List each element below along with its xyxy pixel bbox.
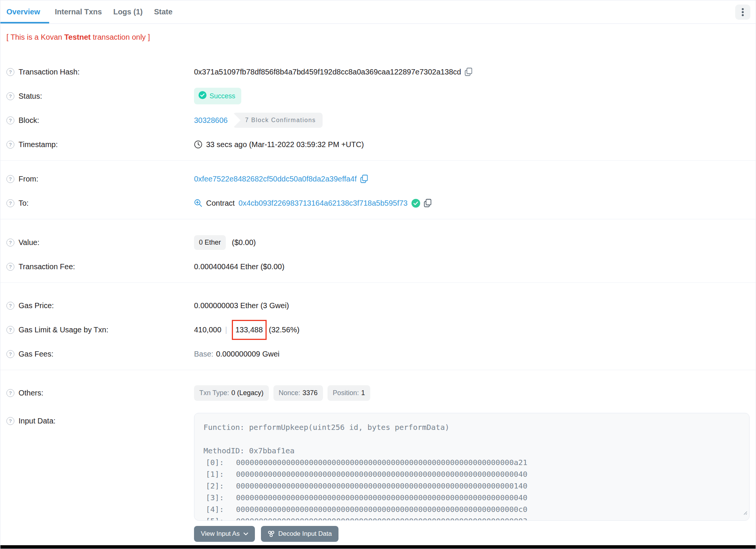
status-badge: Success xyxy=(194,88,241,104)
testnet-notice: [ This is a Kovan Testnet transaction on… xyxy=(0,24,756,55)
input-data-label: Input Data: xyxy=(19,417,56,425)
to-contract-word: Contract xyxy=(206,199,235,208)
decode-icon xyxy=(268,530,275,537)
transaction-hash-label: Transaction Hash: xyxy=(19,68,80,76)
section-divider xyxy=(0,370,756,370)
input-function-line: Function: performUpkeep(uint256 id, byte… xyxy=(203,422,740,433)
input-word-line: [4]:000000000000000000000000000000000000… xyxy=(203,504,740,515)
transaction-fee-label: Transaction Fee: xyxy=(19,262,75,271)
from-label: From: xyxy=(19,175,38,183)
view-input-as-label: View Input As xyxy=(201,530,240,538)
block-confirmations-badge: 7 Block Confirmations xyxy=(233,113,323,128)
help-icon[interactable]: ? xyxy=(6,239,14,247)
gas-limit-usage-row: ? Gas Limit & Usage by Txn: 410,000 | 13… xyxy=(0,318,756,342)
status-label: Status: xyxy=(19,92,42,101)
help-icon[interactable]: ? xyxy=(6,350,14,358)
transaction-fee-row: ? Transaction Fee: 0.000400464 Ether ($0… xyxy=(0,254,756,279)
nonce-key: Nonce: xyxy=(279,389,300,397)
input-word-line: [5]:000000000000000000000000000000000000… xyxy=(203,515,740,521)
gas-price-row: ? Gas Price: 0.000000003 Ether (3 Gwei) xyxy=(0,293,756,318)
others-label: Others: xyxy=(19,389,43,397)
zoom-in-icon[interactable] xyxy=(194,199,202,207)
input-word-line: [2]:000000000000000000000000000000000000… xyxy=(203,480,740,492)
gas-fees-label: Gas Fees: xyxy=(19,350,53,358)
help-icon[interactable]: ? xyxy=(6,68,14,76)
value-ether-badge: 0 Ether xyxy=(194,235,226,250)
to-row: ? To: Contract 0x4cb093f226983713164a621… xyxy=(0,191,756,215)
gas-limit-value: 410,000 xyxy=(194,326,221,334)
txn-type-badge: Txn Type: 0 (Legacy) xyxy=(194,385,269,401)
section-divider xyxy=(0,282,756,283)
help-icon[interactable]: ? xyxy=(6,302,14,310)
decode-input-data-label: Decode Input Data xyxy=(278,530,332,538)
help-icon[interactable]: ? xyxy=(6,175,14,183)
input-data-textarea[interactable]: Function: performUpkeep(uint256 id, byte… xyxy=(194,413,750,521)
section-divider xyxy=(0,160,756,161)
view-input-as-button[interactable]: View Input As xyxy=(194,526,255,542)
position-badge: Position: 1 xyxy=(328,385,370,401)
help-icon[interactable]: ? xyxy=(6,417,14,425)
input-word-line: [0]:000000000000000000000000000000000000… xyxy=(203,457,740,468)
help-icon[interactable]: ? xyxy=(6,141,14,149)
help-icon[interactable]: ? xyxy=(6,199,14,207)
gas-used-value: 133,488 xyxy=(236,326,263,334)
annotation-highlight-box: 133,488 xyxy=(232,320,267,340)
verified-check-icon xyxy=(411,199,420,208)
block-row: ? Block: 30328606 7 Block Confirmations xyxy=(0,108,756,132)
value-usd: ($0.00) xyxy=(232,238,256,247)
txn-type-key: Txn Type: xyxy=(199,389,229,397)
block-label: Block: xyxy=(19,116,39,125)
status-text: Success xyxy=(210,92,235,100)
to-address-link[interactable]: 0x4cb093f226983713164a62138c3f718a5b595f… xyxy=(239,199,408,208)
input-word-line: [3]:000000000000000000000000000000000000… xyxy=(203,492,740,504)
check-circle-icon xyxy=(199,91,206,101)
tab-bar: Overview Internal Txns Logs (1) State xyxy=(0,0,756,24)
status-row: ? Status: Success xyxy=(0,84,756,108)
kebab-menu-icon xyxy=(742,8,744,17)
timestamp-row: ? Timestamp: 33 secs ago (Mar-11-2022 03… xyxy=(0,132,756,157)
nonce-badge: Nonce: 3376 xyxy=(273,385,323,401)
input-word-line: [1]:000000000000000000000000000000000000… xyxy=(203,468,740,480)
transaction-fee-value: 0.000400464 Ether ($0.00) xyxy=(194,262,284,271)
copy-icon[interactable] xyxy=(465,68,472,76)
tab-overview[interactable]: Overview xyxy=(0,0,49,23)
nonce-value: 3376 xyxy=(303,389,318,397)
clock-icon xyxy=(194,140,202,149)
gas-limit-usage-label: Gas Limit & Usage by Txn: xyxy=(19,326,109,334)
gas-fees-base-value: 0.000000009 Gwei xyxy=(216,350,279,358)
value-row: ? Value: 0 Ether ($0.00) xyxy=(0,230,756,254)
input-data-row: ? Input Data: Function: performUpkeep(ui… xyxy=(0,405,756,542)
transaction-hash-row: ? Transaction Hash: 0x371a51097fb78df856… xyxy=(0,60,756,84)
txn-type-value: 0 (Legacy) xyxy=(231,389,264,397)
help-icon[interactable]: ? xyxy=(6,326,14,334)
testnet-notice-prefix: [ This is a Kovan xyxy=(6,33,64,41)
copy-icon[interactable] xyxy=(360,175,368,183)
help-icon[interactable]: ? xyxy=(6,263,14,271)
tab-internal-txns[interactable]: Internal Txns xyxy=(49,0,107,23)
gas-price-label: Gas Price: xyxy=(19,301,54,310)
gas-separator: | xyxy=(223,326,229,334)
others-row: ? Others: Txn Type: 0 (Legacy) Nonce: 33… xyxy=(0,381,756,405)
more-options-button[interactable] xyxy=(735,5,750,20)
resize-handle[interactable] xyxy=(742,507,747,518)
testnet-notice-suffix: transaction only ] xyxy=(91,33,150,41)
gas-used-percent: (32.56%) xyxy=(269,326,300,334)
from-address-link[interactable]: 0xfee7522e8482682cf50ddc50a0f8da2a39effa… xyxy=(194,175,357,183)
chevron-down-icon xyxy=(244,532,248,535)
transaction-page: Overview Internal Txns Logs (1) State [ … xyxy=(0,0,756,549)
tab-state[interactable]: State xyxy=(148,0,178,23)
to-label: To: xyxy=(19,199,29,208)
from-row: ? From: 0xfee7522e8482682cf50ddc50a0f8da… xyxy=(0,167,756,191)
gas-fees-row: ? Gas Fees: Base: 0.000000009 Gwei xyxy=(0,342,756,366)
tab-logs[interactable]: Logs (1) xyxy=(107,0,148,23)
block-number-link[interactable]: 30328606 xyxy=(194,116,228,125)
input-methodid-line: MethodID: 0x7bbaf1ea xyxy=(203,445,740,457)
decode-input-data-button[interactable]: Decode Input Data xyxy=(261,526,339,542)
testnet-notice-bold: Testnet xyxy=(64,33,91,41)
help-icon[interactable]: ? xyxy=(6,116,14,124)
copy-icon[interactable] xyxy=(424,199,432,207)
section-divider xyxy=(0,219,756,219)
timestamp-value: 33 secs ago (Mar-11-2022 03:59:32 PM +UT… xyxy=(206,140,364,149)
help-icon[interactable]: ? xyxy=(6,92,14,100)
help-icon[interactable]: ? xyxy=(6,389,14,397)
